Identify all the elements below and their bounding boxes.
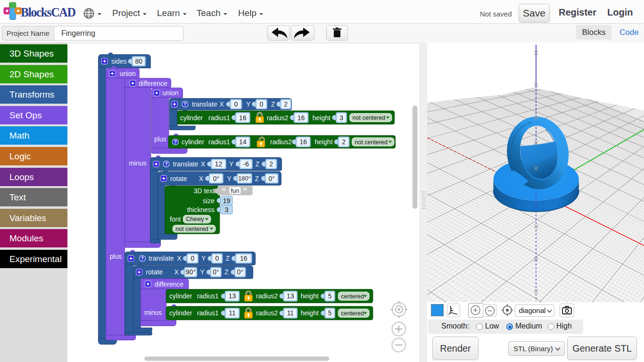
svg-text:difference: difference — [139, 80, 167, 87]
svg-text:3D text: 3D text — [194, 187, 215, 195]
svg-text:radius2: radius2 — [267, 114, 289, 122]
svg-text:not centered: not centered — [175, 226, 208, 232]
svg-text:union: union — [120, 70, 136, 77]
svg-text:5: 5 — [328, 292, 332, 300]
svg-text:19: 19 — [223, 197, 231, 205]
svg-text:radius2: radius2 — [270, 138, 292, 146]
svg-text:cylinder: cylinder — [180, 114, 203, 122]
svg-text:13: 13 — [229, 292, 236, 300]
svg-text:radius1: radius1 — [197, 292, 219, 300]
svg-text:?: ? — [141, 255, 144, 261]
svg-text:not centered: not centered — [355, 139, 388, 146]
svg-text:0°: 0° — [237, 268, 243, 276]
svg-text:80: 80 — [135, 58, 143, 65]
svg-text:X: X — [220, 100, 224, 108]
svg-text:5: 5 — [328, 309, 332, 317]
svg-text:radius1: radius1 — [208, 138, 230, 146]
svg-text:Y: Y — [200, 268, 205, 276]
svg-text:rotate: rotate — [146, 268, 163, 276]
svg-text:?: ? — [183, 101, 186, 107]
svg-text:3: 3 — [225, 206, 229, 214]
svg-text:0: 0 — [260, 100, 264, 108]
svg-text:11: 11 — [229, 309, 236, 317]
svg-text:0: 0 — [215, 255, 219, 262]
svg-text:X: X — [174, 268, 179, 276]
svg-text:2: 2 — [284, 100, 288, 108]
svg-text:3: 3 — [339, 114, 343, 122]
svg-text:cylinder: cylinder — [169, 292, 192, 300]
svg-text:radius1: radius1 — [208, 114, 230, 122]
svg-text:thickness: thickness — [187, 206, 215, 214]
svg-text:0°: 0° — [213, 268, 219, 276]
svg-text:12: 12 — [215, 160, 223, 168]
svg-text:X: X — [199, 175, 204, 182]
svg-text:height: height — [314, 138, 332, 146]
svg-text:translate: translate — [149, 255, 174, 262]
svg-text:?: ? — [174, 139, 177, 145]
svg-text:height: height — [301, 292, 319, 300]
svg-text:Y: Y — [229, 160, 234, 168]
svg-text:16: 16 — [240, 255, 248, 262]
svg-text:Y: Y — [201, 255, 206, 262]
svg-text:14: 14 — [239, 138, 247, 146]
svg-text:Z: Z — [224, 268, 229, 276]
svg-text:plus: plus — [110, 253, 122, 260]
svg-text:-6: -6 — [243, 160, 249, 168]
svg-text:radius1: radius1 — [197, 309, 219, 317]
svg-text:Z: Z — [255, 175, 259, 182]
svg-text:Y: Y — [227, 175, 231, 182]
svg-text:translate: translate — [192, 100, 217, 108]
svg-text:centered: centered — [341, 293, 364, 300]
svg-text:centered: centered — [341, 310, 364, 317]
svg-text:16: 16 — [297, 114, 305, 122]
svg-text:font: font — [170, 215, 181, 223]
svg-text:Z: Z — [271, 100, 275, 108]
svg-text:Y: Y — [246, 100, 251, 108]
svg-text:radius2: radius2 — [256, 292, 278, 300]
svg-text:union: union — [163, 89, 179, 97]
svg-text:radius2: radius2 — [256, 309, 278, 317]
svg-text:height: height — [301, 309, 319, 317]
svg-text:sides: sides — [111, 58, 127, 65]
svg-text:0: 0 — [234, 100, 238, 108]
svg-text:11: 11 — [287, 309, 294, 317]
svg-text:cylinder: cylinder — [169, 309, 192, 317]
svg-text:Z: Z — [226, 255, 230, 262]
svg-text:2: 2 — [269, 160, 273, 168]
svg-text:0°: 0° — [213, 175, 219, 182]
svg-text:0: 0 — [191, 255, 195, 262]
svg-text:2: 2 — [342, 138, 346, 146]
svg-text:90°: 90° — [186, 268, 196, 276]
svg-text:fun: fun — [231, 187, 239, 194]
svg-text:13: 13 — [287, 292, 294, 300]
svg-text:16: 16 — [239, 114, 247, 122]
svg-text:minus: minus — [144, 309, 162, 316]
svg-text:X: X — [177, 255, 182, 262]
svg-text:180°: 180° — [238, 175, 251, 182]
svg-text:cylinder: cylinder — [182, 138, 205, 146]
svg-text:rotate: rotate — [170, 175, 187, 182]
svg-text:height: height — [313, 114, 330, 122]
svg-text:“: “ — [222, 186, 226, 196]
svg-text:Chewy: Chewy — [186, 216, 205, 222]
svg-text:X: X — [201, 160, 206, 168]
svg-text:plus: plus — [154, 135, 166, 143]
svg-text:”: ” — [243, 186, 248, 196]
svg-text:minus: minus — [129, 159, 146, 167]
svg-text:difference: difference — [155, 280, 183, 288]
svg-text:size: size — [203, 197, 215, 205]
svg-text:16: 16 — [299, 138, 307, 146]
svg-text:translate: translate — [173, 160, 198, 168]
svg-text:?: ? — [165, 161, 167, 167]
svg-text:0°: 0° — [269, 175, 275, 182]
svg-text:not centered: not centered — [353, 115, 386, 121]
svg-text:Z: Z — [256, 160, 260, 168]
